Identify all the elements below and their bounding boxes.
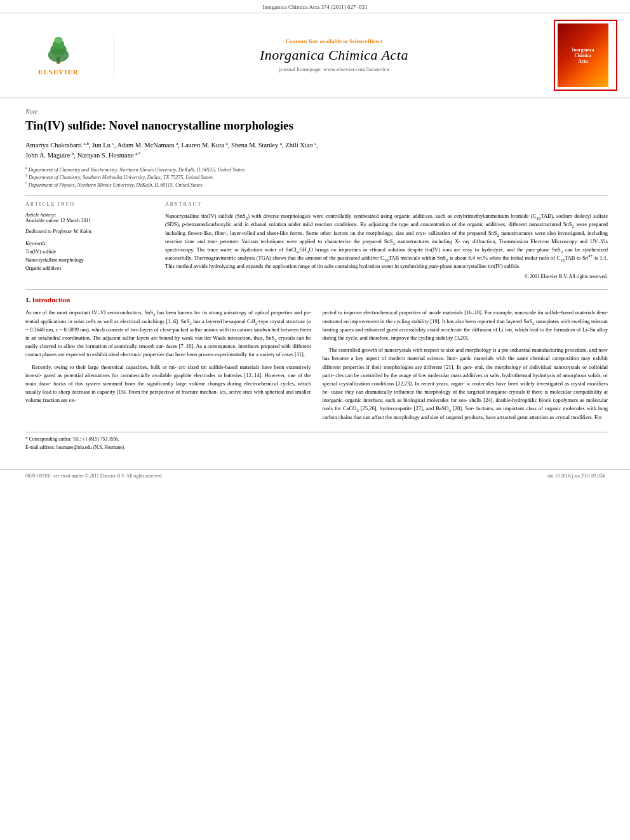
intro-para-4: The controlled growth of nanocrystals wi… bbox=[323, 346, 608, 422]
intro-number: 1. bbox=[25, 296, 30, 303]
body-col-right: pected to improve electrochemical proper… bbox=[323, 309, 608, 425]
journal-homepage: journal homepage: www.elsevier.com/locat… bbox=[124, 66, 544, 72]
intro-heading: 1. Introduction bbox=[25, 296, 608, 303]
abstract-text: Nanocrystalline tin(IV) sulfide (SnS2) w… bbox=[165, 212, 608, 270]
authors-list: Amartya Chakrabarti a,b, Jun Lu c, Adam … bbox=[25, 140, 608, 162]
article-info-col: ARTICLE INFO Article history: Available … bbox=[25, 201, 152, 279]
journal-header: ELSEVIER Contents lists available at Sci… bbox=[0, 13, 630, 98]
footnote-email: E-mail address: hosmane@niu.edu (N.S. Ho… bbox=[25, 444, 608, 451]
elsevier-tree-icon bbox=[43, 35, 74, 67]
affiliations: a Department of Chemistry and Biochemist… bbox=[25, 166, 608, 189]
section-divider-intro bbox=[25, 289, 608, 290]
intro-para-1: As one of the most important IV–VI semic… bbox=[25, 309, 311, 359]
dedication: Dedicated to Professor W. Kaim. bbox=[25, 229, 152, 234]
sciencedirect-brand[interactable]: ScienceDirect bbox=[349, 38, 382, 44]
journal-cover-image: InorganicaChimicaActa bbox=[558, 23, 608, 87]
article-info-abstract: ARTICLE INFO Article history: Available … bbox=[25, 201, 608, 279]
intro-para-3: pected to improve electrochemical proper… bbox=[323, 309, 608, 342]
available-date: Available online 12 March 2011 bbox=[25, 218, 152, 223]
journal-cover: InorganicaChimicaActa bbox=[554, 20, 617, 91]
svg-point-4 bbox=[55, 37, 63, 44]
article-title: Tin(IV) sulfide: Novel nanocrystalline m… bbox=[25, 118, 608, 134]
abstract-col: ABSTRACT Nanocrystalline tin(IV) sulfide… bbox=[165, 201, 608, 279]
bottom-bar: 0020-1693/$ - see front matter © 2011 El… bbox=[0, 469, 630, 482]
intro-para-2: Recently, owing to their large theoretic… bbox=[25, 363, 311, 405]
cover-title: InorganicaChimicaActa bbox=[572, 47, 594, 64]
article-info-header: ARTICLE INFO bbox=[25, 201, 152, 207]
abstract-header: ABSTRACT bbox=[165, 201, 608, 207]
bottom-doi: doi:10.1016/j.ica.2011.03.024 bbox=[547, 473, 605, 479]
bottom-copyright: 0020-1693/$ - see front matter © 2011 El… bbox=[25, 473, 163, 479]
elsevier-wordmark: ELSEVIER bbox=[38, 68, 79, 76]
elsevier-logo-area: ELSEVIER bbox=[13, 35, 114, 76]
divider-1 bbox=[25, 196, 608, 196]
introduction-section: 1. Introduction As one of the most impor… bbox=[25, 296, 608, 425]
elsevier-logo: ELSEVIER bbox=[38, 35, 79, 76]
journal-reference-bar: Inorganica Chimica Acta 374 (2011) 627–6… bbox=[0, 0, 630, 13]
journal-title: Inorganica Chimica Acta bbox=[124, 47, 544, 63]
footnotes: * Corresponding author. Tel.: +1 (815) 7… bbox=[25, 432, 608, 451]
journal-title-area: Contents lists available at ScienceDirec… bbox=[114, 38, 554, 72]
sciencedirect-link: Contents lists available at ScienceDirec… bbox=[124, 38, 544, 44]
copyright: © 2011 Elsevier B.V. All rights reserved… bbox=[165, 274, 608, 279]
page-container: Inorganica Chimica Acta 374 (2011) 627–6… bbox=[0, 0, 630, 482]
intro-title: Introduction bbox=[32, 296, 70, 303]
main-content: Note Tin(IV) sulfide: Novel nanocrystall… bbox=[0, 98, 630, 463]
footnote-corresponding: * Corresponding author. Tel.: +1 (815) 7… bbox=[25, 436, 608, 443]
keywords-header: Keywords: bbox=[25, 241, 152, 246]
article-history: Article history: Available online 12 Mar… bbox=[25, 212, 152, 223]
history-label: Article history: bbox=[25, 212, 152, 218]
note-label: Note bbox=[25, 108, 608, 115]
body-col-left: As one of the most important IV–VI semic… bbox=[25, 309, 311, 425]
body-two-col: As one of the most important IV–VI semic… bbox=[25, 309, 608, 425]
journal-reference: Inorganica Chimica Acta 374 (2011) 627–6… bbox=[262, 4, 367, 10]
keywords-list: Tin(IV) sulfide Nanocrystalline morpholo… bbox=[25, 248, 152, 272]
